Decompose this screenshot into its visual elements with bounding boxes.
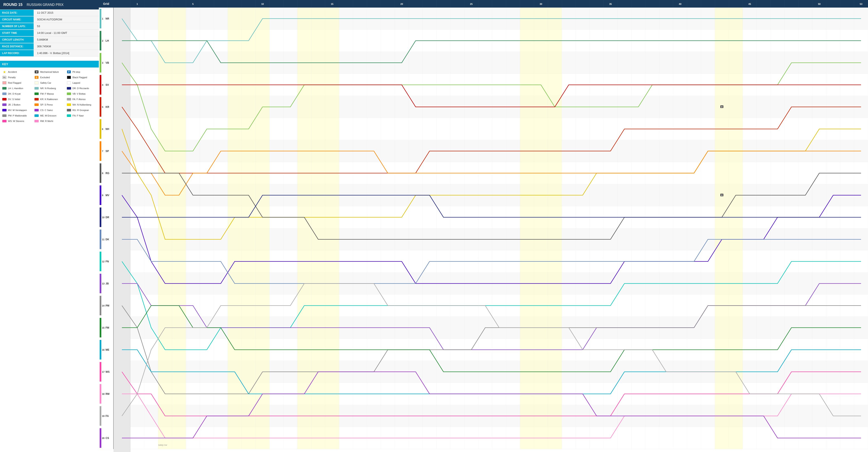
key-item: Lapped xyxy=(67,81,97,85)
info-row: RACE DATE:11 OCT 2015 xyxy=(0,9,99,16)
key-text: VB: V Bottas xyxy=(72,92,86,95)
color-swatch xyxy=(67,103,71,107)
key-text: MV: M Verstappen xyxy=(8,109,27,112)
color-swatch xyxy=(67,114,71,118)
key-item: Red Flagged xyxy=(2,81,32,85)
color-swatch xyxy=(34,86,39,90)
info-value: 14:00 Local - 11:00 GMT xyxy=(34,30,99,36)
key-text: DK: D Kvyat xyxy=(8,92,21,95)
key-text: Red Flagged xyxy=(8,82,21,84)
color-swatch xyxy=(34,114,39,118)
color-swatch xyxy=(2,103,7,107)
key-text: FM: F Massa xyxy=(40,92,54,95)
key-text: NH: N Hulkenberg xyxy=(72,103,91,106)
key-item: EExcluded xyxy=(34,75,64,80)
color-swatch xyxy=(67,92,71,96)
color-swatch xyxy=(34,108,39,112)
key-text: Pit stop xyxy=(72,71,80,73)
info-label: RACE DATE: xyxy=(0,10,34,16)
color-swatch xyxy=(34,103,39,107)
color-swatch xyxy=(2,97,7,101)
key-section: KEY ★AccidentMMechanical failurePPit sto… xyxy=(0,61,99,125)
star-icon: ★ xyxy=(2,70,7,74)
key-text: DR: D Ricciardo xyxy=(72,87,89,90)
info-label: NUMBER OF LAPS: xyxy=(0,23,34,29)
info-row: START TIME14:00 Local - 11:00 GMT xyxy=(0,30,99,36)
key-item: DK: D Kvyat xyxy=(2,91,32,96)
info-label: CIRCUIT NAME: xyxy=(0,17,34,23)
color-swatch xyxy=(34,119,39,123)
info-row: CIRCUIT NAME:SOCHI AUTODROM xyxy=(0,16,99,23)
round-header: ROUND 15 RUSSIAN GRAND PRIX xyxy=(0,0,99,9)
key-item: DR: D Ricciardo xyxy=(67,86,97,91)
key-item: RG: R Grosjean xyxy=(67,108,97,113)
key-text: Safety Car xyxy=(40,82,51,84)
color-swatch xyxy=(34,97,39,101)
key-text: Accident xyxy=(8,71,17,73)
key-text: LH: L Hamilton xyxy=(8,87,23,90)
round-label: ROUND 15 xyxy=(3,2,23,7)
key-text: Mechanical failure xyxy=(40,71,59,73)
color-swatch xyxy=(67,108,71,112)
color-swatch xyxy=(67,86,71,90)
key-text: FA: F Alonso xyxy=(72,98,86,100)
key-item: Safety Car xyxy=(34,81,64,85)
key-item: JB: J Button xyxy=(2,102,32,107)
key-item: ★Accident xyxy=(2,69,32,74)
key-item: SV: S Vettel xyxy=(2,97,32,101)
key-text: CS: C Sainz xyxy=(40,109,53,112)
key-text: WS: W Stevens xyxy=(8,120,24,122)
info-label: RACE DISTANCE: xyxy=(0,43,34,50)
info-label: START TIME xyxy=(0,30,34,36)
key-item: WS: W Stevens xyxy=(2,119,32,123)
key-text: Excluded xyxy=(40,76,50,79)
info-section: RACE DATE:11 OCT 2015CIRCUIT NAME:SOCHI … xyxy=(0,9,99,57)
key-item: RM: R Merhi xyxy=(34,119,64,123)
key-item: FM: F Massa xyxy=(34,91,64,96)
pe-icon: Pe xyxy=(2,76,7,79)
key-item: CS: C Sainz xyxy=(34,108,64,113)
color-swatch xyxy=(2,119,7,123)
info-label: CIRCUIT LENGTH: xyxy=(0,37,34,43)
info-row: RACE DISTANCE:309.745KM xyxy=(0,43,99,50)
color-swatch xyxy=(2,92,7,96)
race-name: RUSSIAN GRAND PRIX xyxy=(27,3,63,7)
info-value: 5.848KM xyxy=(34,36,99,43)
key-text: KR: K Raikkonen xyxy=(40,98,58,100)
color-swatch xyxy=(67,97,71,101)
key-text: SV: S Vettel xyxy=(8,98,20,100)
key-item: VB: V Bottas xyxy=(67,91,97,96)
color-swatch xyxy=(2,108,7,112)
info-value: 309.745KM xyxy=(34,43,99,50)
key-text: NR: N Rosberg xyxy=(40,87,56,90)
lap-chart xyxy=(99,0,868,452)
p-icon: P xyxy=(67,70,71,74)
key-text: Penalty xyxy=(8,76,16,79)
key-text: ME: M Ericsson xyxy=(40,114,56,117)
color-swatch xyxy=(2,86,7,90)
key-item: Black Flagged xyxy=(67,75,97,80)
red-flag-icon xyxy=(2,81,7,85)
right-panel[interactable] xyxy=(99,0,868,452)
key-text: PM: P Maldonaldo xyxy=(8,114,27,117)
info-value: 11 OCT 2015 xyxy=(34,9,99,16)
key-text: JB: J Button xyxy=(8,103,21,106)
key-item: PM: P Maldonaldo xyxy=(2,113,32,118)
info-label: LAP RECORD: xyxy=(0,50,34,56)
info-row: NUMBER OF LAPS:53 xyxy=(0,23,99,30)
key-header: KEY xyxy=(0,61,99,67)
info-value: SOCHI AUTODROM xyxy=(34,16,99,23)
key-item: ME: M Ericsson xyxy=(34,113,64,118)
info-value: 53 xyxy=(34,23,99,29)
key-item: NH: N Hulkenberg xyxy=(67,102,97,107)
key-grid: ★AccidentMMechanical failurePPit stopPeP… xyxy=(0,67,99,125)
key-item: SP: S Perez xyxy=(34,102,64,107)
key-item: LH: L Hamilton xyxy=(2,86,32,91)
key-item: MV: M Verstappen xyxy=(2,108,32,113)
m-icon: M xyxy=(34,70,39,74)
black-flag-icon xyxy=(67,76,71,79)
key-item: PePenalty xyxy=(2,75,32,80)
key-item: NR: N Rosberg xyxy=(34,86,64,91)
key-item: FA: F Alonso xyxy=(67,97,97,101)
key-item: KR: K Raikkonen xyxy=(34,97,64,101)
